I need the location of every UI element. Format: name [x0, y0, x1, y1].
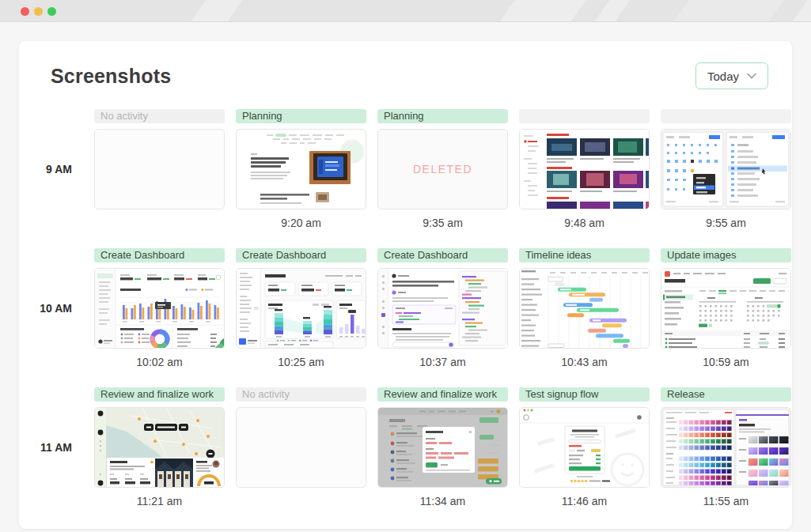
screenshot-time: 10:37 am	[377, 356, 508, 368]
screenshot-cell: Planning DELETED 9:35 am	[377, 109, 508, 248]
screenshot-time: 9:48 am	[519, 217, 650, 229]
screenshot-cell: Timeline ideas	[519, 248, 650, 387]
window-minimize-button[interactable]	[34, 7, 43, 16]
hour-label: 11 AM	[19, 441, 83, 526]
screenshot-cell: Create Dashboard	[94, 248, 225, 387]
titlebar-decoration	[582, 0, 641, 22]
screenshot-cell: Release	[661, 387, 791, 526]
hour-row-11am: 11 AM Review and finalize work	[19, 387, 792, 526]
titlebar-decoration	[661, 0, 794, 22]
activity-label: Planning	[377, 109, 508, 123]
activity-label: No activity	[94, 109, 225, 123]
screenshot-thumbnail-design-tool[interactable]	[661, 129, 791, 209]
screenshot-cell: 9:48 am	[519, 109, 650, 248]
empty-screenshot-slot	[236, 407, 366, 488]
window-titlebar	[0, 0, 811, 22]
titlebar-decoration	[487, 0, 597, 22]
activity-label: Create Dashboard	[236, 248, 366, 262]
screenshot-time: 11:21 am	[94, 495, 225, 507]
screenshot-time: 11:55 am	[661, 495, 791, 507]
screenshot-thumbnail-real-estate-map[interactable]	[94, 407, 225, 488]
activity-label: Release	[661, 387, 791, 402]
screenshot-time: 9:20 am	[236, 217, 366, 229]
screenshot-thumbnail-gantt-chart[interactable]	[519, 268, 650, 349]
activity-label-blank	[661, 109, 791, 123]
empty-screenshot-slot	[94, 129, 225, 209]
page-title: Screenshots	[51, 65, 171, 88]
screenshot-time: 10:02 am	[94, 356, 225, 368]
screenshot-time: 9:35 am	[377, 217, 508, 229]
screenshot-thumbnail-deleted[interactable]: DELETED	[377, 129, 508, 209]
screenshot-thumbnail-video-grid[interactable]	[519, 129, 650, 209]
titlebar-decoration	[779, 0, 811, 22]
activity-label-blank	[519, 109, 650, 123]
window-zoom-button[interactable]	[47, 7, 56, 16]
screenshot-cell: Review and finalize work	[94, 387, 225, 526]
screenshots-grid: 9 AM No activity Planning	[19, 109, 792, 526]
chevron-down-icon	[747, 73, 756, 79]
screenshot-thumbnail-signup-form[interactable]	[519, 407, 650, 488]
activity-label: Create Dashboard	[94, 248, 225, 262]
screenshot-thumbnail-report-calendar[interactable]	[661, 268, 791, 349]
hour-row-10am: 10 AM Create Dashboard	[19, 248, 792, 387]
screenshot-thumbnail-analytics-dashboard[interactable]	[94, 268, 225, 349]
activity-label: No activity	[236, 387, 366, 402]
titlebar-decoration	[178, 0, 253, 22]
screenshot-time: 11:46 am	[519, 495, 650, 507]
screenshot-time: 9:55 am	[661, 217, 791, 229]
screenshot-thumbnail-blog-article[interactable]	[236, 129, 366, 209]
screenshot-cell: 9:55 am	[661, 109, 791, 248]
screenshot-thumbnail-settings-modal[interactable]	[377, 407, 508, 488]
date-filter-label: Today	[707, 70, 739, 83]
activity-label: Update images	[661, 248, 791, 262]
hour-label: 9 AM	[19, 163, 83, 248]
screenshot-cell: Review and finalize work	[377, 387, 508, 526]
screenshot-cell: No activity	[236, 387, 366, 526]
screenshot-cell: Create Dashboard	[377, 248, 508, 387]
activity-label: Review and finalize work	[377, 387, 508, 402]
activity-label: Create Dashboard	[377, 248, 508, 262]
screenshot-cell: Test signup flow	[519, 387, 650, 526]
screenshot-time: 10:25 am	[236, 356, 366, 368]
window-close-button[interactable]	[21, 7, 29, 16]
activity-label: Test signup flow	[519, 387, 650, 402]
screenshot-time: 11:34 am	[377, 495, 508, 507]
screenshots-panel: Screenshots Today 9 AM No activity Plann…	[19, 41, 792, 529]
deleted-label: DELETED	[413, 163, 472, 175]
activity-label: Timeline ideas	[519, 248, 650, 262]
screenshot-time: 10:59 am	[661, 356, 791, 368]
screenshot-cell: Planning	[236, 109, 366, 248]
screenshot-thumbnail-chat-code[interactable]	[377, 268, 508, 349]
hour-row-9am: 9 AM No activity Planning	[19, 109, 792, 248]
hour-label: 10 AM	[19, 302, 83, 387]
activity-label: Planning	[236, 109, 366, 123]
screenshot-time: 10:43 am	[519, 356, 650, 368]
panel-header: Screenshots Today	[19, 62, 792, 90]
date-filter-dropdown[interactable]: Today	[695, 62, 768, 89]
screenshot-cell: Create Dashboard	[236, 248, 366, 387]
screenshot-cell: No activity	[94, 109, 225, 248]
screenshot-cell: Update images	[661, 248, 791, 387]
screenshot-thumbnail-stacked-bars-dashboard[interactable]	[236, 268, 366, 349]
activity-label: Review and finalize work	[94, 387, 225, 402]
screenshot-thumbnail-color-palette[interactable]	[661, 407, 791, 488]
